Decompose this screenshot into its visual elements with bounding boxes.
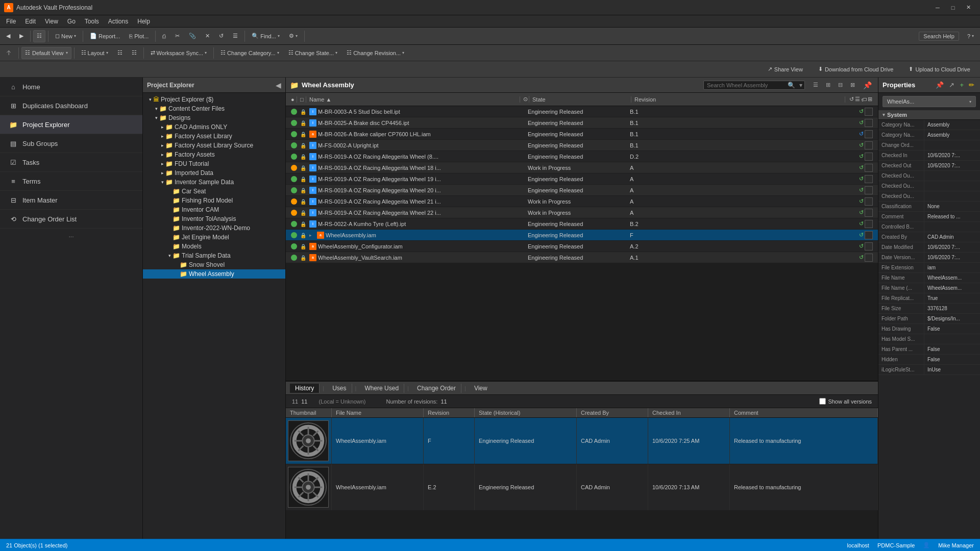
tree-arrow-ccf[interactable]: ▾ bbox=[153, 106, 159, 111]
tree-node-root[interactable]: ▾ 🏛 Project Explorer ($) bbox=[143, 95, 285, 104]
file-row[interactable]: 🔒 i M-RS-0019-A OZ Racing Alleggerita Wh… bbox=[286, 196, 878, 207]
tree-node-jet[interactable]: 📁 Jet Engine Model bbox=[143, 233, 285, 242]
nav-duplicates[interactable]: ⊞ Duplicates Dashboard bbox=[0, 96, 142, 115]
hist-col-state[interactable]: State (Historical) bbox=[475, 408, 577, 417]
tab-history[interactable]: History bbox=[290, 384, 320, 393]
file-row[interactable]: 🔒 i M-RS-0019-A OZ Racing Alleggerita Wh… bbox=[286, 162, 878, 173]
props-system-section[interactable]: ▾ System bbox=[878, 110, 980, 120]
maximize-button[interactable]: □ bbox=[945, 0, 961, 15]
tree-node-trial[interactable]: ▾ 📁 Trial Sample Data bbox=[143, 251, 285, 260]
row-checkbox[interactable] bbox=[865, 231, 873, 239]
minimize-button[interactable]: ─ bbox=[930, 0, 945, 15]
refresh-button[interactable]: ↺ bbox=[215, 31, 228, 41]
pin-props-button[interactable]: 📌 bbox=[934, 81, 945, 89]
list-view-icon[interactable]: ☰ bbox=[810, 80, 821, 91]
menu-item-tools[interactable]: Tools bbox=[81, 17, 103, 26]
delete-button[interactable]: ✕ bbox=[201, 31, 214, 41]
plot-button[interactable]: ⎘ Plot... bbox=[125, 31, 153, 41]
properties-button[interactable]: ☰ bbox=[229, 31, 242, 41]
tree-arrow-cadm[interactable]: ▸ bbox=[159, 124, 165, 130]
file-row[interactable]: 🔒 i M-RS-0019-A OZ Racing Alleggerita Wh… bbox=[286, 151, 878, 162]
menu-item-help[interactable]: Help bbox=[133, 17, 154, 26]
menu-item-view[interactable]: View bbox=[41, 17, 62, 26]
nav-sub-groups[interactable]: ▤ Sub Groups bbox=[0, 134, 142, 153]
file-row[interactable]: 🔒 a WheelAssembly_Configurator.iam Engin… bbox=[286, 241, 878, 252]
nav-terms[interactable]: ≡ Terms bbox=[0, 172, 142, 191]
row-checkbox[interactable] bbox=[865, 209, 873, 217]
file-row[interactable]: 🔒 i M-RS-0019-A OZ Racing Alleggerita Wh… bbox=[286, 185, 878, 196]
properties-file-dropdown[interactable]: WheelAs... ▾ bbox=[883, 96, 976, 107]
upload-cloud-button[interactable]: ⬆ Upload to Cloud Drive bbox=[903, 64, 976, 74]
tree-arrow-imp[interactable]: ▸ bbox=[159, 170, 165, 176]
tree-arrow-root[interactable]: ▾ bbox=[147, 97, 153, 102]
col-header-actions[interactable]: ↺ ☰ 🏷 ⊞ bbox=[845, 96, 876, 103]
tree-node-snow-shovel[interactable]: 📁 Snow Shovel bbox=[143, 260, 285, 269]
col-header-revision[interactable]: Revision bbox=[631, 96, 845, 103]
print-button[interactable]: ⎙ bbox=[158, 31, 170, 41]
workspace-sync-button[interactable]: ⇄ Workspace Sync... ▾ bbox=[146, 47, 211, 58]
file-row-wheel-assembly[interactable]: 🔒 ▸ a WheelAssembly.iam Engineering Rele… bbox=[286, 230, 878, 241]
find-button[interactable]: 🔍 Find... ▾ bbox=[248, 31, 284, 41]
menu-item-actions[interactable]: Actions bbox=[104, 17, 132, 26]
row-checkbox[interactable] bbox=[865, 153, 873, 161]
menu-item-go[interactable]: Go bbox=[63, 17, 80, 26]
tree-arrow-trial[interactable]: ▾ bbox=[166, 253, 173, 258]
icon-view-icon[interactable]: ⊟ bbox=[835, 80, 846, 91]
detail-view-icon[interactable]: ⊞ bbox=[822, 80, 834, 91]
tree-node-inventor[interactable]: ▾ 📁 Inventor Sample Data bbox=[143, 178, 285, 187]
share-view-button[interactable]: ↗ Share View bbox=[762, 64, 808, 74]
tree-node-factory-src[interactable]: ▸ 📁 Factory Asset Library Source bbox=[143, 141, 285, 150]
tree-node-factory-lib[interactable]: ▸ 📁 Factory Asset Library bbox=[143, 132, 285, 141]
tree-arrow-fas[interactable]: ▸ bbox=[159, 143, 165, 148]
pin-button[interactable]: 📌 bbox=[861, 81, 874, 89]
download-cloud-button[interactable]: ⬇ Download from Cloud Drive bbox=[813, 64, 899, 74]
file-row[interactable]: 🔒 i M-RS-0019-A OZ Racing Alleggerita Wh… bbox=[286, 173, 878, 185]
file-row[interactable]: 🔒 a WheelAssembly_VaultSearch.iam Engine… bbox=[286, 252, 878, 263]
change-revision-button[interactable]: ☷ Change Revision... ▾ bbox=[342, 47, 408, 58]
help-dropdown[interactable]: ?▾ bbox=[963, 31, 978, 41]
tree-arrow-designs[interactable]: ▾ bbox=[153, 115, 159, 120]
search-options-icon[interactable]: ▾ bbox=[797, 82, 804, 89]
view-mode-dropdown[interactable]: ☷ Default View ▾ bbox=[21, 47, 71, 59]
tree-node-tol[interactable]: 📁 Inventor TolAnalysis bbox=[143, 214, 285, 223]
tree-node-fishing-rod[interactable]: 📁 Fishing Rod Model bbox=[143, 196, 285, 205]
tree-node-cad-admins[interactable]: ▸ 📁 CAD Admins ONLY bbox=[143, 122, 285, 132]
file-row[interactable]: 🔒 i M-RS-0019-A OZ Racing Alleggerita Wh… bbox=[286, 207, 878, 218]
tab-uses[interactable]: Uses bbox=[327, 384, 352, 393]
menu-item-edit[interactable]: Edit bbox=[21, 17, 40, 26]
history-row[interactable]: WheelAssembly.iam F Engineering Released… bbox=[286, 418, 878, 464]
history-row[interactable]: WheelAssembly.iam E.2 Engineering Releas… bbox=[286, 464, 878, 511]
layout-button[interactable]: ☷ Layout ▾ bbox=[77, 47, 112, 58]
nav-more[interactable]: ... bbox=[0, 229, 142, 242]
back-button[interactable]: ◀ bbox=[2, 31, 14, 41]
hist-col-thumbnail[interactable]: Thumbnail bbox=[286, 408, 332, 417]
filter-button[interactable]: ☷ bbox=[128, 47, 141, 58]
tree-node-designs[interactable]: ▾ 📁 Designs bbox=[143, 113, 285, 122]
tree-node-wheel-assembly[interactable]: 📁 Wheel Assembly bbox=[143, 269, 285, 279]
report-button[interactable]: 📄 Report... bbox=[86, 31, 124, 41]
cut-button[interactable]: ✂ bbox=[171, 31, 184, 41]
pe-collapse-button[interactable]: ◀ bbox=[276, 81, 281, 89]
tree-node-car-seat[interactable]: 📁 Car Seat bbox=[143, 187, 285, 196]
row-checkbox[interactable] bbox=[865, 242, 873, 251]
row-checkbox[interactable] bbox=[865, 119, 873, 127]
tree-arrow-fal[interactable]: ▸ bbox=[159, 134, 165, 139]
col-header-thumb[interactable]: ⊙ bbox=[520, 96, 529, 103]
new-button[interactable]: ◻ New ▾ bbox=[51, 31, 80, 41]
hist-col-filename[interactable]: File Name bbox=[332, 408, 424, 417]
grid-view-icon[interactable]: ⊠ bbox=[847, 80, 858, 91]
file-row[interactable]: 🔒 i M-BR-0003-A 5 Stud Disc bell.ipt Eng… bbox=[286, 106, 878, 117]
tree-arrow-fa[interactable]: ▸ bbox=[159, 152, 165, 157]
tree-arrow-inv[interactable]: ▾ bbox=[159, 180, 165, 185]
row-checkbox[interactable] bbox=[865, 164, 873, 172]
row-checkbox[interactable] bbox=[865, 197, 873, 206]
file-row[interactable]: 🔒 a M-BR-0026-A Brake caliper CP7600 LHL… bbox=[286, 129, 878, 140]
grid-button[interactable]: ☷ bbox=[113, 47, 127, 58]
change-category-button[interactable]: ☷ Change Category... ▾ bbox=[216, 47, 283, 58]
col-header-state-icon[interactable]: ● bbox=[288, 96, 297, 103]
tree-node-factory-assets[interactable]: ▸ 📁 Factory Assets bbox=[143, 150, 285, 159]
row-checkbox[interactable] bbox=[865, 254, 873, 262]
tab-change-order[interactable]: Change Order bbox=[412, 384, 461, 393]
tab-where-used[interactable]: Where Used bbox=[359, 384, 404, 393]
nav-change-order[interactable]: ⟲ Change Order List bbox=[0, 210, 142, 229]
